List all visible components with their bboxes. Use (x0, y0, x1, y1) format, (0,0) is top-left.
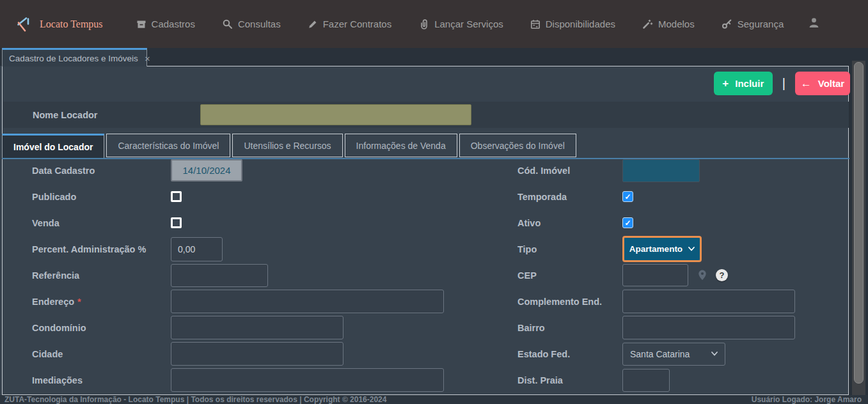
cep-input[interactable] (622, 264, 688, 286)
field-row-estado-fed: Estado Fed. Santa Catarina (517, 341, 837, 367)
temporada-checkbox[interactable] (622, 191, 633, 202)
user-menu-button[interactable] (808, 17, 820, 31)
arrow-left-icon: ← (801, 78, 812, 89)
nav-item-lancar-servicos[interactable]: Lançar Serviços (418, 19, 503, 29)
brand-logo[interactable]: Locato Tempus (14, 15, 103, 33)
subtab-label: Observações do Imóvel (471, 141, 565, 151)
subtab-label: Características do Imóvel (118, 141, 219, 151)
subtab-bar: Imóvel do Locador Características do Imó… (2, 134, 849, 159)
nav-label: Disponibilidades (546, 19, 615, 29)
top-navbar: Locato Tempus Cadastros Consultas (0, 0, 868, 48)
field-label: CEP (517, 270, 622, 281)
voltar-button[interactable]: ← Voltar (795, 72, 850, 95)
vertical-scrollbar[interactable] (852, 61, 865, 395)
field-label: Percent. Administração % (32, 244, 171, 254)
field-label: Referência (32, 270, 171, 281)
percent-administracao-input[interactable] (171, 237, 223, 261)
field-label: Venda (32, 218, 171, 228)
subtab-caracteristicas-do-imovel[interactable]: Características do Imóvel (106, 134, 230, 157)
person-icon (808, 17, 820, 29)
ativo-checkbox[interactable] (622, 217, 633, 228)
bairro-input[interactable] (622, 316, 795, 339)
nome-locador-input[interactable] (200, 104, 471, 125)
field-label: Temporada (517, 192, 622, 202)
field-label: Dist. Praia (517, 375, 622, 385)
cidade-input[interactable] (171, 342, 343, 366)
field-label: Data Cadastro (32, 166, 171, 176)
incluir-button[interactable]: + Incluir (714, 72, 773, 95)
incluir-label: Incluir (735, 78, 764, 89)
magic-wand-icon (642, 19, 653, 29)
publicado-checkbox[interactable] (171, 191, 182, 202)
field-row-endereco: Endereço* (32, 288, 480, 315)
map-pin-icon[interactable] (697, 269, 707, 281)
key-icon (722, 19, 732, 29)
nav-item-modelos[interactable]: Modelos (642, 19, 695, 29)
field-label: Publicado (32, 192, 171, 202)
required-asterisk: * (77, 297, 81, 307)
subtab-imovel-do-locador[interactable]: Imóvel do Locador (2, 134, 104, 158)
tipo-select[interactable]: Apartamento (622, 236, 702, 262)
data-cadastro-input[interactable] (171, 159, 242, 182)
close-icon[interactable]: × (145, 54, 150, 63)
chevron-down-icon (711, 352, 718, 356)
cod-imovel-input (622, 159, 700, 182)
field-label: Endereço* (32, 297, 171, 307)
footer-copyright: ZUTA-Tecnologia da Informação - Locato T… (4, 395, 386, 404)
paperclip-icon (418, 19, 429, 29)
field-row-data-cadastro: Data Cadastro (32, 157, 480, 183)
endereco-input[interactable] (171, 290, 444, 313)
field-label: Condomínio (32, 323, 171, 333)
imediacoes-input[interactable] (171, 368, 444, 392)
complemento-end-input[interactable] (622, 290, 795, 313)
window-tab-cadastro-locadores[interactable]: Cadastro de Locadores e Imóveis × (2, 48, 147, 66)
locato-logo-icon (14, 15, 32, 33)
field-row-percent-administracao: Percent. Administração % (32, 236, 480, 262)
cep-helpers: ? (697, 269, 728, 281)
nav-label: Modelos (658, 19, 695, 29)
field-label: Complemento End. (517, 297, 622, 307)
subtab-utensilios-e-recursos[interactable]: Utensílios e Recursos (232, 134, 342, 157)
search-icon (222, 19, 233, 29)
estado-fed-select[interactable]: Santa Catarina (622, 343, 725, 366)
archive-icon (136, 19, 146, 29)
field-row-ativo: Ativo (517, 210, 837, 236)
field-label: Cód. Imóvel (517, 166, 622, 176)
field-label: Ativo (517, 218, 622, 228)
field-label: Cidade (32, 349, 171, 359)
condominio-input[interactable] (171, 316, 343, 339)
subtab-label: Utensílios e Recursos (244, 141, 331, 151)
footer-logged-user: Usuário Logado: Jorge Amaro (752, 395, 862, 404)
field-row-cod-imovel: Cód. Imóvel (517, 157, 837, 183)
voltar-label: Voltar (818, 78, 844, 89)
dist-praia-input[interactable] (622, 369, 670, 392)
field-label: Bairro (517, 323, 622, 333)
field-label: Tipo (517, 244, 622, 254)
referencia-input[interactable] (171, 264, 268, 287)
nav-item-cadastros[interactable]: Cadastros (136, 19, 195, 29)
nav-item-seguranca[interactable]: Segurança (722, 19, 784, 29)
pen-icon (308, 19, 318, 29)
field-label: Imediações (32, 375, 171, 385)
chevron-down-icon (688, 247, 695, 251)
action-buttons: + Incluir | ← Voltar (714, 72, 850, 95)
subtab-observacoes-do-imovel[interactable]: Observações do Imóvel (459, 134, 576, 157)
field-row-referencia: Referência (32, 262, 480, 288)
field-row-bairro: Bairro (517, 315, 837, 341)
field-label: Estado Fed. (517, 349, 622, 359)
nav-item-disponibilidades[interactable]: Disponibilidades (530, 19, 615, 29)
scrollbar-thumb[interactable] (854, 62, 864, 384)
tipo-selected-value: Apartamento (629, 244, 683, 254)
estado-selected-value: Santa Catarina (630, 349, 690, 359)
nav-label: Lançar Serviços (434, 19, 503, 29)
nav-item-consultas[interactable]: Consultas (222, 19, 281, 29)
window-tab-title: Cadastro de Locadores e Imóveis (9, 54, 138, 63)
footer-bar: ZUTA-Tecnologia da Informação - Locato T… (0, 395, 868, 404)
nav-item-fazer-contratos[interactable]: Fazer Contratos (308, 19, 392, 29)
help-icon[interactable]: ? (716, 269, 728, 281)
nav-label: Consultas (238, 19, 281, 29)
subtab-informacoes-de-venda[interactable]: Informações de Venda (345, 134, 457, 157)
main-panel: + Incluir | ← Voltar Nome Locador Imóvel… (2, 66, 849, 395)
subtab-label: Imóvel do Locador (13, 142, 93, 152)
venda-checkbox[interactable] (171, 217, 182, 228)
